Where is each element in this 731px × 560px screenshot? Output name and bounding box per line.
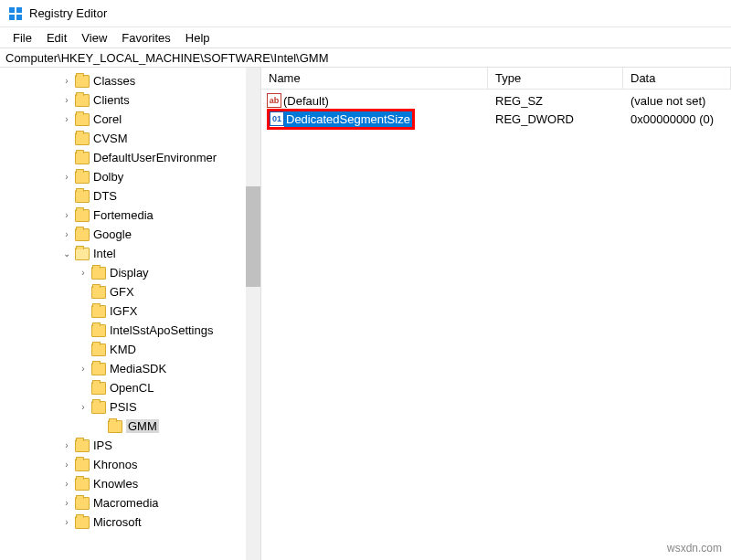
value-row[interactable]: 01DedicatedSegmentSizeREG_DWORD0x0000000… [261, 110, 731, 128]
folder-icon [75, 94, 90, 107]
tree-item-label: IPS [93, 438, 112, 452]
tree-item-intelsstaposettings[interactable]: IntelSstApoSettings [4, 321, 251, 340]
chevron-right-icon[interactable]: › [77, 402, 90, 412]
window-title: Registry Editor [29, 6, 107, 20]
tree-item-google[interactable]: ›Google [4, 225, 251, 244]
tree-item-corel[interactable]: ›Corel [4, 110, 251, 129]
watermark: wsxdn.com [667, 542, 722, 555]
folder-icon [91, 363, 106, 375]
folder-icon [75, 132, 90, 145]
menu-view[interactable]: View [74, 29, 114, 47]
folder-icon [75, 113, 90, 126]
tree-item-gmm[interactable]: GMM [4, 417, 251, 436]
folder-icon [91, 305, 106, 318]
svg-rect-4 [16, 15, 22, 20]
folder-icon [91, 343, 106, 356]
tree-item-label: DTS [93, 189, 117, 203]
tree-item-label: Clients [93, 93, 130, 107]
content-area: ›Classes›Clients›CorelCVSMDefaultUserEnv… [0, 68, 731, 560]
chevron-right-icon[interactable]: › [60, 498, 73, 508]
column-header-data[interactable]: Data [623, 68, 731, 89]
tree-item-opencl[interactable]: OpenCL [4, 378, 251, 397]
tree-item-kmd[interactable]: KMD [4, 340, 251, 359]
title-bar: Registry Editor [0, 0, 731, 27]
menu-help[interactable]: Help [178, 29, 217, 47]
tree-item-khronos[interactable]: ›Khronos [4, 455, 251, 474]
chevron-right-icon[interactable]: › [60, 229, 73, 239]
tree-item-label: MediaSDK [110, 362, 166, 375]
selection-highlight: 01DedicatedSegmentSize [267, 109, 415, 130]
folder-icon [75, 152, 90, 164]
tree-item-knowles[interactable]: ›Knowles [4, 474, 251, 493]
tree-item-display[interactable]: ›Display [4, 263, 251, 282]
tree-item-defaultuserenvironmer[interactable]: DefaultUserEnvironmer [4, 148, 251, 167]
address-text: Computer\HKEY_LOCAL_MACHINE\SOFTWARE\Int… [5, 51, 329, 65]
tree-item-cvsm[interactable]: CVSM [4, 129, 251, 148]
menu-edit[interactable]: Edit [39, 29, 74, 47]
menu-bar: File Edit View Favorites Help [0, 27, 731, 48]
tree-item-gfx[interactable]: GFX [4, 282, 251, 301]
tree-item-ips[interactable]: ›IPS [4, 436, 251, 455]
tree-item-label: Classes [93, 74, 135, 88]
tree-item-macromedia[interactable]: ›Macromedia [4, 493, 251, 512]
chevron-right-icon[interactable]: › [60, 479, 73, 489]
chevron-right-icon[interactable]: › [60, 440, 73, 450]
tree-item-label: Intel [93, 247, 116, 260]
tree-item-label: Macromedia [93, 496, 159, 510]
chevron-right-icon[interactable]: › [60, 95, 73, 105]
column-header-type[interactable]: Type [488, 68, 623, 89]
value-name: (Default) [283, 94, 329, 108]
chevron-right-icon[interactable]: › [60, 210, 73, 220]
chevron-right-icon[interactable]: › [60, 517, 73, 527]
chevron-down-icon[interactable]: ⌄ [60, 248, 73, 259]
tree-item-label: KMD [110, 343, 136, 356]
folder-icon [75, 171, 90, 184]
chevron-right-icon[interactable]: › [77, 268, 90, 278]
tree-item-label: Corel [93, 112, 122, 126]
folder-icon [75, 478, 90, 491]
string-value-icon: ab [267, 93, 281, 108]
tree-item-psis[interactable]: ›PSIS [4, 397, 251, 417]
value-data: 0x00000000 (0) [623, 112, 731, 126]
tree-item-label: CVSM [93, 132, 128, 145]
value-type: REG_DWORD [488, 112, 623, 126]
tree-item-label: GMM [126, 419, 159, 433]
tree-item-mediasdk[interactable]: ›MediaSDK [4, 359, 251, 378]
folder-icon [91, 324, 106, 337]
tree-item-clients[interactable]: ›Clients [4, 90, 251, 110]
tree-item-dolby[interactable]: ›Dolby [4, 167, 251, 186]
tree-item-intel[interactable]: ⌄Intel [4, 244, 251, 263]
tree-item-label: Microsoft [93, 515, 142, 529]
column-header-name[interactable]: Name [261, 68, 488, 89]
menu-file[interactable]: File [5, 29, 39, 47]
chevron-right-icon[interactable]: › [60, 114, 73, 124]
tree-item-microsoft[interactable]: ›Microsoft [4, 512, 251, 532]
tree-item-dts[interactable]: DTS [4, 186, 251, 206]
chevron-right-icon[interactable]: › [60, 76, 73, 86]
chevron-right-icon[interactable]: › [60, 172, 73, 182]
tree-item-classes[interactable]: ›Classes [4, 71, 251, 90]
value-type: REG_SZ [488, 94, 623, 108]
folder-icon [75, 190, 90, 203]
tree-item-igfx[interactable]: IGFX [4, 301, 251, 321]
menu-favorites[interactable]: Favorites [114, 29, 177, 47]
tree-item-label: DefaultUserEnvironmer [93, 151, 217, 164]
tree-scrollbar-thumb[interactable] [246, 186, 260, 287]
svg-rect-2 [16, 7, 22, 13]
value-row[interactable]: ab(Default)REG_SZ(value not set) [261, 91, 731, 110]
chevron-right-icon[interactable]: › [60, 460, 73, 470]
folder-icon [75, 228, 90, 241]
tree-scrollbar-track[interactable] [246, 68, 260, 560]
tree-item-label: Display [110, 266, 149, 280]
value-list-panel: Name Type Data ab(Default)REG_SZ(value n… [261, 68, 731, 560]
list-header: Name Type Data [261, 68, 731, 90]
tree-item-fortemedia[interactable]: ›Fortemedia [4, 206, 251, 225]
folder-icon [75, 248, 90, 260]
chevron-right-icon[interactable]: › [77, 364, 90, 374]
registry-tree[interactable]: ›Classes›Clients›CorelCVSMDefaultUserEnv… [0, 68, 251, 535]
folder-icon [75, 209, 90, 222]
folder-icon [75, 75, 90, 88]
address-bar[interactable]: Computer\HKEY_LOCAL_MACHINE\SOFTWARE\Int… [0, 48, 731, 68]
svg-rect-1 [9, 7, 15, 13]
folder-icon [75, 516, 90, 529]
